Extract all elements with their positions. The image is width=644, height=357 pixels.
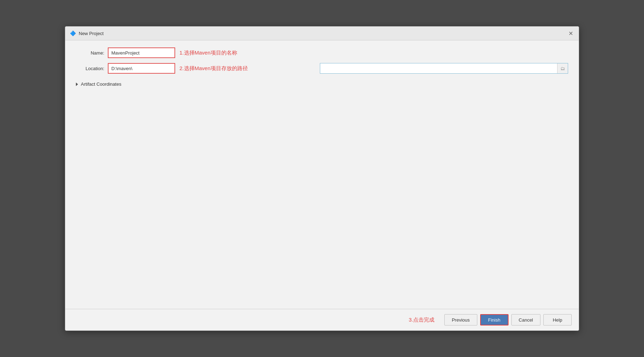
new-project-dialog: 🔷 New Project ✕ Name: 1.选择Maven项目的名称 Loc… — [65, 26, 579, 331]
close-button[interactable]: ✕ — [567, 29, 574, 37]
dialog-content: Name: 1.选择Maven项目的名称 Location: 2.选择Maven… — [65, 40, 579, 309]
help-button[interactable]: Help — [543, 314, 572, 325]
name-annotation: 1.选择Maven项目的名称 — [179, 50, 237, 56]
browse-button[interactable]: 🗂 — [557, 63, 568, 73]
name-row: Name: 1.选择Maven项目的名称 — [76, 47, 568, 58]
location-input[interactable] — [108, 63, 175, 74]
app-icon: 🔷 — [70, 30, 76, 36]
location-browse-area: 🗂 — [320, 63, 568, 74]
location-browse-input[interactable] — [320, 63, 557, 73]
artifact-label: Artifact Coordinates — [81, 81, 121, 87]
title-bar-left: 🔷 New Project — [70, 30, 104, 36]
dialog-footer: 3.点击完成 Previous Finish Cancel Help — [65, 309, 579, 330]
name-label: Name: — [76, 50, 104, 56]
artifact-row[interactable]: Artifact Coordinates — [76, 80, 568, 88]
folder-icon: 🗂 — [560, 66, 565, 71]
dialog-title: New Project — [79, 31, 104, 36]
location-annotation: 2.选择Maven项目存放的路径 — [179, 65, 248, 72]
expand-triangle-icon — [76, 83, 78, 86]
location-row: Location: 2.选择Maven项目存放的路径 🗂 — [76, 63, 568, 74]
name-input-wrapper: 1.选择Maven项目的名称 — [108, 47, 568, 58]
cancel-button[interactable]: Cancel — [511, 314, 540, 325]
location-label: Location: — [76, 66, 104, 71]
finish-button[interactable]: Finish — [480, 314, 509, 325]
title-bar: 🔷 New Project ✕ — [65, 27, 579, 40]
name-input[interactable] — [108, 47, 175, 58]
finish-annotation: 3.点击完成 — [409, 317, 434, 323]
previous-button[interactable]: Previous — [444, 314, 477, 325]
location-input-wrapper: 2.选择Maven项目存放的路径 🗂 — [108, 63, 568, 74]
